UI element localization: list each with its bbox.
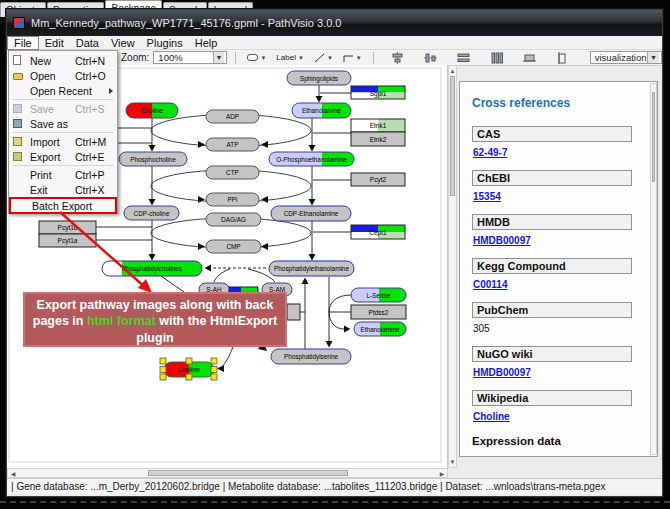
scrollbar-thumb[interactable]	[148, 470, 348, 476]
ref-link[interactable]: Choline	[473, 411, 510, 422]
stack-horizontal-button[interactable]	[520, 50, 539, 66]
ref-link[interactable]: HMDB00097	[473, 235, 531, 246]
chevron-down-icon[interactable]: ▼	[260, 55, 266, 61]
svg-text:Phosphatidylcholines: Phosphatidylcholines	[122, 265, 182, 273]
metabolite-node-adp[interactable]: ADP	[206, 110, 259, 123]
new-datanode-button[interactable]: ▼	[244, 52, 269, 63]
ref-link[interactable]: 15354	[473, 191, 501, 202]
ref-value: 305	[473, 323, 490, 334]
ref-link[interactable]: 62-49-7	[473, 147, 507, 158]
scrollbar-thumb[interactable]	[450, 76, 455, 196]
metabolite-node-o-phosphoethanolamine[interactable]: O-Phosphoethanolamine	[269, 152, 354, 166]
zoom-combobox[interactable]: 100% ▼	[153, 51, 227, 64]
align-center-y-button[interactable]	[421, 50, 440, 66]
svg-text:Pcyt1a: Pcyt1a	[58, 237, 78, 245]
chevron-down-icon[interactable]: ▼	[327, 55, 333, 61]
svg-text:Phosphatidylethanolamine: Phosphatidylethanolamine	[274, 265, 349, 273]
svg-text:CDP-choline: CDP-choline	[134, 210, 170, 217]
svg-text:Cept1: Cept1	[369, 229, 387, 237]
menu-item-batch-export[interactable]: Batch Export	[9, 197, 117, 214]
gene-node-sgpl1[interactable]: Sgpl1	[351, 86, 405, 99]
metabolite-node-phosphatidylethanolamine[interactable]: Phosphatidylethanolamine	[269, 261, 354, 276]
ref-title: Kegg Compound	[472, 258, 632, 274]
menu-item-open-recent[interactable]: Open Recent	[9, 83, 117, 98]
metabolite-node-ctp[interactable]: CTP	[206, 166, 259, 179]
scroll-left-icon[interactable]: ◀	[9, 470, 17, 478]
new-connector-button[interactable]: ▼	[340, 51, 365, 65]
menu-item-new[interactable]: New Ctrl+N	[9, 53, 117, 68]
menu-item-save[interactable]: Save Ctrl+S	[9, 101, 117, 116]
canvas-horizontal-scrollbar[interactable]: ◀ ▶	[7, 468, 448, 478]
menu-item-save-as[interactable]: Save as	[9, 116, 117, 131]
menu-item-print[interactable]: Print Ctrl+P	[9, 167, 117, 182]
svg-text:Choline: Choline	[141, 107, 163, 114]
gene-node-ptdss2[interactable]: Ptdss2	[351, 305, 406, 319]
metabolite-node-cdp-choline[interactable]: CDP-choline	[124, 206, 179, 220]
canvas-vertical-scrollbar[interactable]: ▲ ▼	[448, 65, 457, 468]
gene-node-pcyt1a[interactable]: Pcyt1a	[39, 234, 96, 247]
svg-text:Ptdss2: Ptdss2	[369, 309, 389, 316]
menu-item-export[interactable]: Export Ctrl+E	[9, 149, 117, 164]
metabolite-node-sphingolipids[interactable]: Sphingolipids	[287, 71, 351, 85]
menu-view[interactable]: View	[105, 36, 141, 50]
ref-title: CAS	[472, 126, 632, 142]
menu-file[interactable]: File	[7, 36, 39, 50]
menu-item-import[interactable]: Import Ctrl+M	[9, 134, 117, 149]
menu-plugins[interactable]: Plugins	[141, 36, 189, 50]
sidebar-scrollbar[interactable]	[650, 83, 657, 455]
metabolite-node-ethanolamine-2[interactable]: Ethanolamine	[354, 322, 406, 336]
stack-vertical-button[interactable]	[553, 50, 572, 66]
visualization-combobox[interactable]: visualization ▼	[590, 51, 662, 64]
distribute-horizontal-icon	[457, 52, 470, 64]
menu-edit[interactable]: Edit	[39, 36, 70, 50]
menu-data[interactable]: Data	[70, 36, 105, 50]
ref-section-nugo: NuGO wiki HMDB00097	[472, 346, 647, 387]
gene-node-etnk1[interactable]: Etnk1	[351, 119, 405, 132]
metabolite-node-l-serine[interactable]: L-Serine	[351, 288, 406, 302]
scroll-down-icon[interactable]: ▼	[449, 458, 456, 466]
ref-link[interactable]: HMDB00097	[473, 367, 531, 378]
metabolite-node-dag-ag[interactable]: DAG/AG	[206, 213, 261, 226]
distribute-vertical-button[interactable]	[487, 50, 506, 66]
scrollbar-thumb[interactable]	[652, 92, 655, 182]
metabolite-node-cmp[interactable]: CMP	[206, 240, 261, 253]
new-label-button[interactable]: Label ▼	[273, 51, 307, 64]
distribute-horizontal-button[interactable]	[454, 50, 473, 66]
zoom-value: 100%	[158, 52, 182, 63]
gene-node-etnk2[interactable]: Etnk2	[351, 132, 405, 146]
scroll-right-icon[interactable]: ▶	[438, 470, 446, 478]
metabolite-node-ethanolamine[interactable]: Ethanolamine	[292, 103, 351, 118]
chevron-down-icon[interactable]: ▼	[356, 55, 362, 61]
chevron-down-icon[interactable]: ▼	[647, 52, 659, 63]
new-line-button[interactable]: ▼	[311, 51, 336, 65]
window-title: Mm_Kennedy_pathway_WP1771_45176.gpml - P…	[31, 17, 341, 29]
chevron-down-icon[interactable]: ▼	[298, 55, 304, 61]
scroll-up-icon[interactable]: ▲	[449, 67, 456, 75]
status-bar: | Gene database: ...m_Derby_20120602.bri…	[7, 478, 662, 494]
metabolite-node-cdp-ethanolamine[interactable]: CDP-Ethanolamine	[271, 206, 351, 221]
menu-help[interactable]: Help	[189, 36, 224, 50]
metabolite-node-phosphatidylcholines[interactable]: Phosphatidylcholines	[102, 261, 202, 276]
toolbar-separator	[373, 52, 374, 64]
menu-item-exit[interactable]: Exit Ctrl+X	[9, 182, 117, 197]
metabolite-node-choline[interactable]: Choline	[126, 103, 178, 118]
metabolite-node-atp[interactable]: ATP	[206, 138, 259, 151]
svg-text:Etnk1: Etnk1	[370, 122, 387, 129]
align-center-x-button[interactable]	[388, 50, 407, 66]
menu-bar: File Edit Data View Plugins Help	[7, 36, 662, 50]
svg-text:Etnk2: Etnk2	[370, 136, 387, 143]
ref-section-kegg: Kegg Compound C00114	[472, 258, 647, 299]
ref-section-hmdb: HMDB HMDB00097	[472, 214, 647, 255]
gene-node-pcyt1b[interactable]: Pcyt1b	[39, 221, 96, 234]
gene-node-cept1[interactable]: Cept1	[351, 225, 405, 239]
menu-item-open[interactable]: Open Ctrl+O	[9, 68, 117, 83]
ref-link[interactable]: C00114	[473, 279, 507, 290]
svg-text:Phosphatidylserine: Phosphatidylserine	[284, 353, 338, 361]
metabolite-node-phosphocholine[interactable]: Phosphocholine	[119, 152, 187, 166]
metabolite-node-phosphatidylserine[interactable]: Phosphatidylserine	[271, 349, 351, 364]
gene-node-pcyt2[interactable]: Pcyt2	[351, 173, 405, 186]
svg-text:ADP: ADP	[226, 113, 239, 120]
chevron-down-icon[interactable]: ▼	[213, 52, 225, 63]
metabolite-node-ppi[interactable]: PPi	[206, 193, 259, 206]
gene-node-partial[interactable]	[287, 304, 300, 320]
